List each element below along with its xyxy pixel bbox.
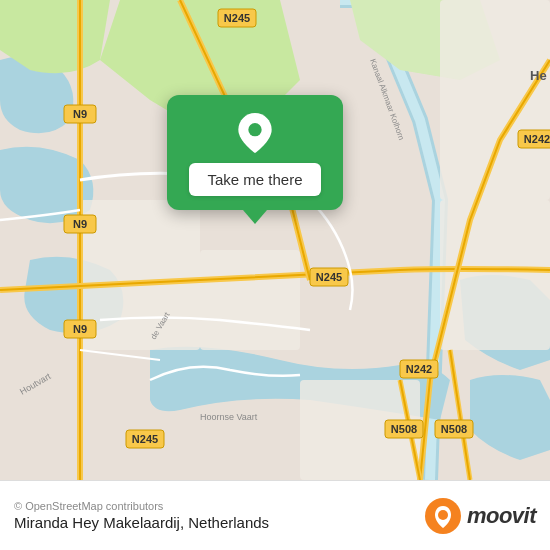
map-popup: Take me there <box>155 95 355 210</box>
svg-text:N245: N245 <box>316 271 342 283</box>
popup-bubble: Take me there <box>167 95 342 210</box>
svg-text:N508: N508 <box>441 423 467 435</box>
svg-rect-2 <box>200 250 300 350</box>
map-container[interactable]: N9 N9 N9 N245 N245 N245 N242 N242 N508 N… <box>0 0 550 480</box>
location-pin-icon <box>235 113 275 153</box>
svg-text:N9: N9 <box>73 218 87 230</box>
svg-text:He: He <box>530 68 547 83</box>
copyright-text: © OpenStreetMap contributors <box>14 500 269 512</box>
bottom-left: © OpenStreetMap contributors Miranda Hey… <box>14 500 269 531</box>
svg-point-31 <box>248 123 261 136</box>
svg-rect-1 <box>80 200 200 350</box>
bottom-bar: © OpenStreetMap contributors Miranda Hey… <box>0 480 550 550</box>
svg-text:N9: N9 <box>73 108 87 120</box>
svg-text:N242: N242 <box>524 133 550 145</box>
svg-point-33 <box>438 510 448 520</box>
svg-text:N242: N242 <box>406 363 432 375</box>
svg-text:Hoornse Vaart: Hoornse Vaart <box>200 412 258 422</box>
svg-text:N245: N245 <box>132 433 158 445</box>
svg-text:N9: N9 <box>73 323 87 335</box>
moovit-logo: moovit <box>425 498 536 534</box>
map-svg: N9 N9 N9 N245 N245 N245 N242 N242 N508 N… <box>0 0 550 480</box>
svg-text:N245: N245 <box>224 12 250 24</box>
take-me-there-button[interactable]: Take me there <box>189 163 320 196</box>
svg-rect-3 <box>440 0 550 200</box>
svg-text:N508: N508 <box>391 423 417 435</box>
moovit-wordmark: moovit <box>467 503 536 529</box>
location-name: Miranda Hey Makelaardij, Netherlands <box>14 514 269 531</box>
moovit-icon <box>425 498 461 534</box>
